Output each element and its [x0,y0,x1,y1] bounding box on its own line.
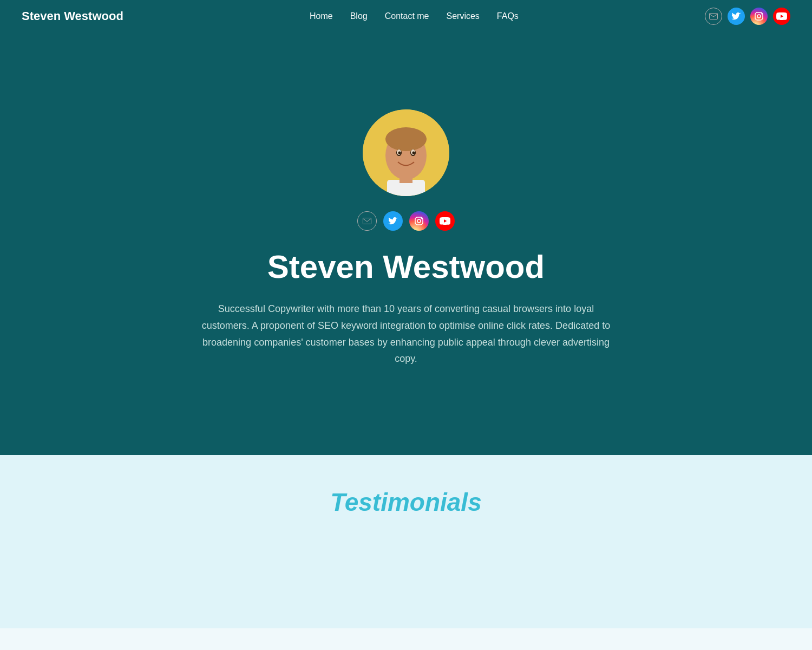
hero-bio: Successful Copywriter with more than 10 … [195,301,617,367]
hero-youtube-svg [440,217,450,225]
header-youtube-icon[interactable] [773,8,790,25]
header-twitter-icon[interactable] [728,8,745,25]
header-email-icon[interactable] [705,8,722,25]
envelope-svg [709,13,718,20]
svg-point-17 [417,219,421,223]
hero-email-icon[interactable] [357,211,377,231]
svg-point-11 [398,152,401,154]
svg-point-2 [757,15,761,18]
avatar-illustration [363,109,449,196]
site-header: Steven Westwood Home Blog Contact me Ser… [0,0,812,32]
main-nav: Home Blog Contact me Services FAQs [310,11,519,21]
nav-home[interactable]: Home [310,11,333,21]
hero-instagram-icon[interactable] [409,211,429,231]
nav-faqs[interactable]: FAQs [497,11,519,21]
header-social-icons [705,8,790,25]
nav-contact[interactable]: Contact me [385,11,429,21]
testimonials-title: Testimonials [330,487,481,517]
hero-instagram-svg [414,216,424,226]
hero-envelope-svg [363,218,371,224]
svg-point-6 [385,127,427,151]
hero-twitter-icon[interactable] [383,211,403,231]
svg-rect-0 [709,14,717,20]
twitter-svg [731,12,741,21]
svg-point-18 [421,218,422,219]
nav-services[interactable]: Services [447,11,480,21]
youtube-svg [776,12,787,20]
hero-social-icons [357,211,455,231]
hero-twitter-svg [388,217,398,225]
hero-youtube-icon[interactable] [435,211,455,231]
svg-rect-14 [400,173,412,183]
instagram-svg [754,11,764,21]
svg-rect-15 [363,218,371,224]
hero-section: Steven Westwood Successful Copywriter wi… [0,32,812,455]
header-instagram-icon[interactable] [750,8,768,25]
nav-blog[interactable]: Blog [350,11,368,21]
site-logo[interactable]: Steven Westwood [22,9,123,23]
avatar [363,109,449,196]
bottom-section [0,628,812,650]
testimonials-section: Testimonials [0,455,812,628]
svg-point-3 [761,14,762,15]
hero-name: Steven Westwood [267,248,545,285]
svg-point-12 [412,152,415,154]
